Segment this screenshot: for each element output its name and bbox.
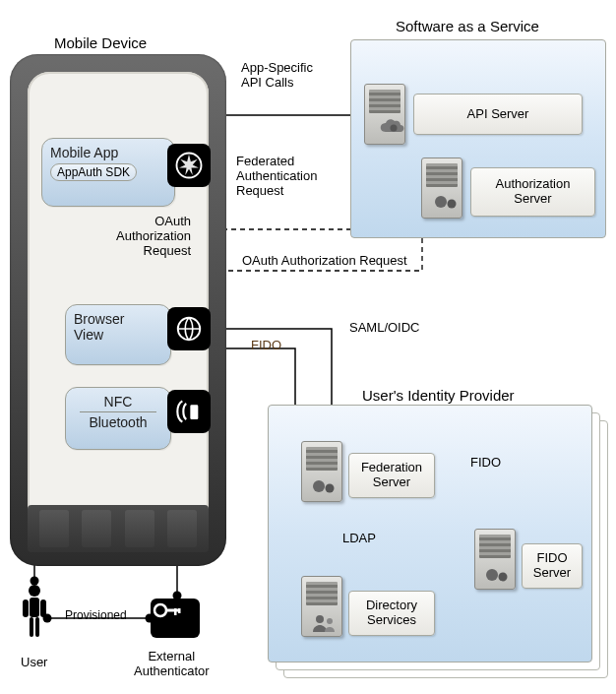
people-icon <box>311 612 339 632</box>
annot-oauth-ext: OAuth Authorization Request <box>242 254 407 269</box>
svg-point-12 <box>486 569 498 581</box>
section-title-idp: User's Identity Provider <box>362 387 515 404</box>
annot-fido-server: FIDO <box>470 456 501 471</box>
user-label: User <box>21 656 47 670</box>
gears-icon-federation <box>311 476 339 496</box>
svg-point-10 <box>316 615 324 623</box>
cloud-gear-icon <box>378 116 407 138</box>
svg-rect-23 <box>178 608 181 613</box>
box-federation-server: Federation Server <box>348 453 435 498</box>
box-api-server: API Server <box>413 94 583 135</box>
box-fido-server: FIDO Server <box>522 543 583 589</box>
svg-point-6 <box>435 196 447 208</box>
annot-api-calls: App-Specific API Calls <box>241 61 313 91</box>
annot-ldap: LDAP <box>342 532 376 546</box>
user-icon <box>20 583 49 642</box>
key-icon <box>151 599 200 638</box>
svg-rect-16 <box>23 599 29 617</box>
directory-services-label: Directory Services <box>366 599 417 628</box>
external-auth-label: External Authenticator <box>134 650 210 679</box>
nfc-icon <box>167 390 211 433</box>
svg-point-9 <box>326 484 335 493</box>
annot-oauth-local: OAuth Authorization Request <box>104 215 191 259</box>
svg-point-11 <box>327 618 333 624</box>
svg-point-7 <box>448 200 457 209</box>
svg-point-8 <box>313 480 325 492</box>
api-server-label: API Server <box>467 107 529 122</box>
svg-rect-19 <box>35 617 39 637</box>
card-browser-view: Browser View <box>65 304 171 365</box>
appauth-sdk-pill: AppAuth SDK <box>50 163 137 181</box>
bluetooth-label: Bluetooth <box>74 414 162 430</box>
svg-point-5 <box>391 125 398 132</box>
annot-fed-auth: Federated Authentication Request <box>236 155 317 199</box>
nfc-label: NFC <box>74 394 162 410</box>
browser-view-title: Browser View <box>74 311 162 343</box>
box-directory-services: Directory Services <box>348 591 435 636</box>
federation-server-label: Federation Server <box>361 461 422 490</box>
section-title-saas: Software as a Service <box>396 18 539 34</box>
badge-icon <box>167 144 211 187</box>
gears-icon-fido <box>484 565 512 585</box>
mobile-app-title: Mobile App <box>50 145 166 160</box>
authz-server-label: Authorization Server <box>496 177 571 207</box>
svg-rect-17 <box>40 599 46 617</box>
phone-dock <box>28 505 209 552</box>
section-title-mobile: Mobile Device <box>54 34 147 51</box>
svg-point-13 <box>499 573 508 582</box>
svg-rect-15 <box>30 598 39 617</box>
svg-rect-21 <box>165 609 180 612</box>
card-mobile-app: Mobile App AppAuth SDK <box>41 138 175 207</box>
globe-icon <box>167 307 211 350</box>
box-authz-server: Authorization Server <box>470 167 595 217</box>
annot-saml-oidc: SAML/OIDC <box>349 321 420 336</box>
svg-rect-18 <box>30 617 33 637</box>
svg-rect-22 <box>174 608 177 615</box>
fido-server-label: FIDO Server <box>533 551 571 581</box>
svg-rect-4 <box>190 405 198 419</box>
annot-fido-browser: FIDO <box>251 339 281 353</box>
gears-icon-authz <box>433 192 461 212</box>
svg-point-20 <box>154 604 166 616</box>
annot-provisioned: Provisioned <box>65 609 127 623</box>
card-nfc-bluetooth: NFC Bluetooth <box>65 387 171 450</box>
svg-point-14 <box>29 585 40 597</box>
